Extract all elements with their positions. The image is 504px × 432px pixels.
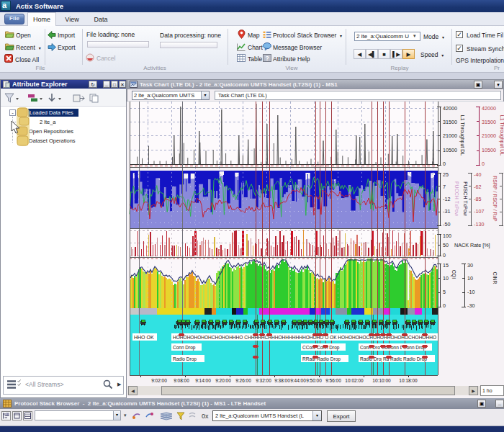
svg-text:9:08:00: 9:08:00 bbox=[174, 378, 189, 383]
svg-text:10:10:00: 10:10:00 bbox=[372, 378, 391, 383]
svg-text:21000: 21000 bbox=[443, 132, 457, 139]
svg-text:0: 0 bbox=[443, 252, 446, 258]
svg-text:10:18:00: 10:18:00 bbox=[399, 378, 418, 383]
svg-text:10:02:00: 10:02:00 bbox=[345, 378, 364, 383]
svg-text:10500: 10500 bbox=[482, 147, 496, 153]
svg-text:42000: 42000 bbox=[482, 105, 496, 112]
svg-text:21000: 21000 bbox=[482, 132, 496, 139]
svg-text:-31: -31 bbox=[443, 208, 450, 215]
svg-text:-50: -50 bbox=[443, 221, 450, 228]
svg-text:9:50:00: 9:50:00 bbox=[306, 378, 322, 383]
svg-text:15: 15 bbox=[443, 262, 449, 269]
svg-text:CINR: CINR bbox=[492, 271, 498, 284]
svg-text:L1 Throughput DL: L1 Throughput DL bbox=[459, 115, 465, 156]
svg-text:C: C bbox=[176, 320, 179, 325]
svg-text:9:14:00: 9:14:00 bbox=[195, 378, 211, 383]
svg-text:9:56:00: 9:56:00 bbox=[325, 378, 341, 383]
svg-text:10: 10 bbox=[467, 275, 473, 282]
svg-text:5: 5 bbox=[443, 289, 446, 295]
svg-text:100: 100 bbox=[443, 233, 451, 239]
svg-text:-12: -12 bbox=[443, 196, 450, 202]
svg-text:PUCCH TxPow: PUCCH TxPow bbox=[454, 181, 459, 217]
svg-text:0: 0 bbox=[482, 161, 485, 167]
svg-text:31500: 31500 bbox=[443, 119, 457, 125]
svg-text:9:20:00: 9:20:00 bbox=[215, 378, 231, 383]
svg-text:25: 25 bbox=[443, 171, 449, 178]
svg-text:9:02:00: 9:02:00 bbox=[151, 378, 167, 383]
svg-text:42000: 42000 bbox=[443, 105, 457, 112]
svg-text:CQI: CQI bbox=[451, 270, 456, 279]
svg-text:PUSCH TxPow: PUSCH TxPow bbox=[463, 181, 468, 217]
svg-text:9:44:00: 9:44:00 bbox=[290, 378, 306, 383]
svg-text:9:32:00: 9:32:00 bbox=[256, 378, 271, 383]
svg-text:9:38:00: 9:38:00 bbox=[274, 378, 290, 383]
svg-text:-107: -107 bbox=[474, 208, 484, 215]
svg-text:30: 30 bbox=[467, 262, 473, 269]
svg-text:-10: -10 bbox=[467, 289, 474, 295]
svg-text:-30: -30 bbox=[467, 302, 474, 309]
svg-text:0: 0 bbox=[443, 302, 446, 309]
svg-text:9:26:00: 9:26:00 bbox=[235, 378, 251, 383]
svg-text:HHO OK: HHO OK bbox=[134, 335, 154, 340]
svg-text:RSRP / RSCP / RxP: RSRP / RSCP / RxP bbox=[492, 176, 498, 222]
svg-text:0x: 0x bbox=[202, 413, 209, 420]
svg-text:10: 10 bbox=[443, 275, 449, 282]
svg-text:0: 0 bbox=[443, 161, 446, 167]
svg-text:L1 Throughput UL: L1 Throughput UL bbox=[499, 115, 504, 156]
svg-text:Radio Drop: Radio Drop bbox=[173, 356, 197, 362]
svg-text:NACK Rate [%]: NACK Rate [%] bbox=[454, 242, 490, 248]
svg-text:10500: 10500 bbox=[443, 147, 457, 153]
svg-text:Conn Drop: Conn Drop bbox=[317, 345, 340, 351]
svg-text:7: 7 bbox=[443, 184, 446, 190]
svg-text:HOHOHOHOHOHCHOHOHHHO CHHHHHCHH: HOHOHOHOHOHCHOHOHHHO CHHHHHCHHHOHHHHHHHO… bbox=[173, 335, 437, 340]
svg-text:Conn Drop: Conn Drop bbox=[173, 345, 196, 351]
svg-text:Radio Drop: Radio Drop bbox=[317, 356, 341, 362]
svg-text:50: 50 bbox=[443, 242, 449, 248]
svg-text:?: ? bbox=[265, 55, 269, 62]
svg-text:-130: -130 bbox=[474, 221, 484, 228]
svg-text:-62: -62 bbox=[474, 184, 481, 190]
svg-text:31500: 31500 bbox=[482, 119, 496, 125]
svg-text:-40: -40 bbox=[474, 171, 481, 178]
svg-text:-85: -85 bbox=[474, 196, 481, 202]
